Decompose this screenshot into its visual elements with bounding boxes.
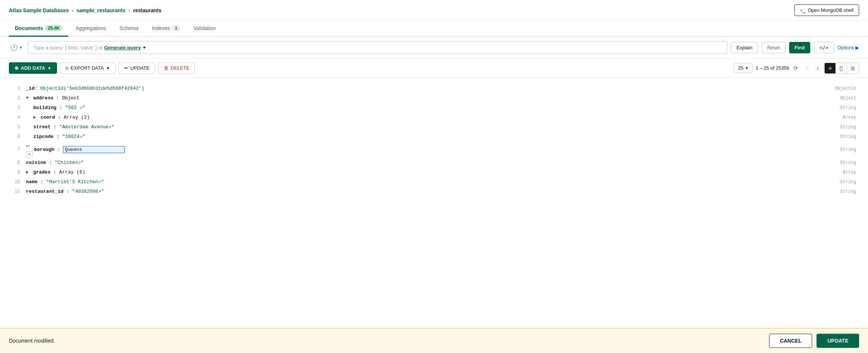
doc-line-10: 10 name : "Harriet'S Kitchen↗" String bbox=[9, 177, 859, 187]
line-number-10: 10 bbox=[9, 177, 20, 187]
line-content-9: ▶ grades : Array (6) bbox=[26, 168, 843, 177]
line-content-7: borough : bbox=[34, 145, 840, 155]
tab-indexes[interactable]: Indexes 1 bbox=[146, 21, 186, 37]
doc-line-7: 7 ↩ + borough : String bbox=[9, 142, 859, 158]
plus-icon: ⊕ bbox=[14, 65, 19, 71]
tab-indexes-label: Indexes bbox=[152, 25, 170, 31]
per-page-chevron-icon: ▼ bbox=[745, 66, 749, 70]
type-label-zipcode: String bbox=[840, 132, 856, 142]
field-key-restaurant-id: restaurant_id bbox=[26, 189, 63, 194]
type-label-grades: Array bbox=[843, 168, 856, 177]
update-button[interactable]: ✏ UPDATE bbox=[118, 62, 155, 74]
tab-validation-label: Validation bbox=[193, 25, 216, 31]
doc-line-2: 2 ▼ address : Object Object bbox=[9, 93, 859, 103]
line-number-8: 8 bbox=[9, 158, 20, 168]
list-view-button[interactable]: ≡ bbox=[825, 63, 835, 73]
export-chevron-icon: ▼ bbox=[106, 66, 110, 70]
pagination-area: 25 ▼ 1 – 25 of 25359 ⟳ ‹ › ≡ {} ⊞ bbox=[734, 63, 859, 74]
open-shell-label: Open MongoDB shell bbox=[808, 7, 854, 13]
field-key-cuisine: cuisine bbox=[26, 160, 46, 165]
table-view-button[interactable]: ⊞ bbox=[847, 63, 859, 73]
line-number-11: 11 bbox=[9, 187, 20, 197]
type-label-building: String bbox=[840, 103, 856, 113]
line-content-11: restaurant_id : "40362098↗" bbox=[26, 187, 840, 197]
view-toggle: ≡ {} ⊞ bbox=[824, 63, 859, 74]
type-label-restaurant-id: String bbox=[840, 187, 856, 197]
borough-input[interactable] bbox=[63, 146, 125, 153]
field-value-coord: Array (2) bbox=[64, 115, 90, 120]
delete-button[interactable]: 🗑 DELETE bbox=[158, 62, 195, 74]
per-page-select[interactable]: 25 ▼ bbox=[734, 63, 752, 73]
coord-expand-icon[interactable]: ▶ bbox=[33, 115, 36, 120]
reset-button[interactable]: Reset bbox=[762, 42, 785, 53]
tab-indexes-badge: 1 bbox=[172, 25, 180, 31]
type-label-street: String bbox=[840, 122, 856, 132]
code-view-button[interactable]: </> bbox=[814, 42, 834, 53]
find-button[interactable]: Find bbox=[789, 42, 810, 53]
field-value-street: "Amsterdam Avenue↗" bbox=[59, 124, 114, 130]
breadcrumb-sep1: › bbox=[72, 7, 74, 13]
query-input[interactable]: Type a query: { field: 'value' } or Gene… bbox=[28, 41, 727, 54]
open-shell-button[interactable]: ›_ Open MongoDB shell bbox=[794, 4, 859, 16]
line-number-4: 4 bbox=[9, 113, 20, 122]
per-page-value: 25 bbox=[738, 65, 743, 71]
document-area: 1 _id: ObjectId('5eb3d668b31de5d588f4294… bbox=[0, 78, 868, 202]
type-label-cuisine: String bbox=[840, 158, 856, 168]
tab-documents[interactable]: Documents 25.4K bbox=[9, 21, 68, 37]
export-data-button[interactable]: ⎋ EXPORT DATA ▼ bbox=[60, 62, 116, 74]
line-content-6: zipcode : "10024↗" bbox=[33, 132, 840, 142]
field-key-coord: coord bbox=[41, 115, 55, 120]
field-value-cuisine: "Chicken↗" bbox=[55, 160, 84, 165]
query-history-button[interactable]: 🕐 ▼ bbox=[9, 43, 24, 53]
field-value-zipcode: "10024↗" bbox=[62, 134, 85, 139]
refresh-button[interactable]: ⟳ bbox=[792, 63, 800, 73]
tab-documents-badge: 25.4K bbox=[45, 25, 62, 31]
tab-validation[interactable]: Validation bbox=[187, 21, 221, 37]
doc-line-6: 6 zipcode : "10024↗" String bbox=[9, 132, 859, 142]
ai-star-icon: ✦ bbox=[142, 45, 147, 50]
prev-page-button[interactable]: ‹ bbox=[803, 63, 811, 73]
breadcrumb-collection: restaurants bbox=[133, 7, 161, 13]
breadcrumb-atlas[interactable]: Atlas Sample Databases bbox=[9, 7, 69, 13]
type-label-name: String bbox=[840, 177, 856, 187]
clock-icon: 🕐 bbox=[10, 44, 18, 51]
line-content-10: name : "Harriet'S Kitchen↗" bbox=[26, 177, 840, 187]
grades-expand-icon[interactable]: ▶ bbox=[26, 169, 29, 175]
delete-label: DELETE bbox=[171, 65, 190, 71]
field-key-grades: grades bbox=[33, 169, 51, 175]
add-data-button[interactable]: ⊕ ADD DATA ▼ bbox=[9, 62, 57, 74]
undo-button[interactable]: ↩ bbox=[26, 143, 30, 149]
pagination-info: 1 – 25 of 25359 bbox=[755, 65, 789, 71]
toolbar: ⊕ ADD DATA ▼ ⎋ EXPORT DATA ▼ ✏ UPDATE 🗑 … bbox=[0, 59, 868, 78]
terminal-icon: ›_ bbox=[800, 7, 806, 13]
clock-chevron-icon: ▼ bbox=[19, 46, 23, 50]
breadcrumb: Atlas Sample Databases › sample_restaura… bbox=[9, 7, 161, 13]
field-key-id: _id bbox=[26, 86, 34, 91]
doc-line-3: 3 building : "502 ↗" String bbox=[9, 103, 859, 113]
type-label-address: Object bbox=[840, 93, 856, 103]
json-view-button[interactable]: {} bbox=[836, 63, 847, 73]
options-button[interactable]: Options ▶ bbox=[838, 45, 859, 50]
line-content-3: building : "502 ↗" bbox=[33, 103, 840, 113]
tabs-bar: Documents 25.4K Aggregations Schema Inde… bbox=[0, 21, 868, 37]
field-value-id: ObjectId('5eb3d668b31de5d588f42942') bbox=[40, 86, 144, 91]
field-key-name: name bbox=[26, 179, 37, 185]
tab-aggregations-label: Aggregations bbox=[76, 25, 106, 31]
tab-schema[interactable]: Schema bbox=[114, 21, 144, 37]
generate-query-link[interactable]: Generate query bbox=[104, 45, 141, 50]
tab-aggregations[interactable]: Aggregations bbox=[70, 21, 112, 37]
doc-line-4: 4 ▶ coord : Array (2) Array bbox=[9, 113, 859, 122]
query-placeholder-text: Type a query: { field: 'value' } or bbox=[33, 45, 104, 50]
line-number-5: 5 bbox=[9, 122, 20, 132]
field-key-building: building bbox=[33, 105, 56, 110]
next-page-button[interactable]: › bbox=[814, 63, 821, 73]
line-number-1: 1 bbox=[9, 84, 20, 93]
line-content-8: cuisine : "Chicken↗" bbox=[26, 158, 840, 168]
breadcrumb-db[interactable]: sample_restaurants bbox=[77, 7, 126, 13]
add-field-button[interactable]: + bbox=[26, 151, 33, 158]
line-number-9: 9 bbox=[9, 168, 20, 177]
address-expand-icon[interactable]: ▼ bbox=[26, 95, 29, 101]
add-data-label: ADD DATA bbox=[21, 65, 45, 71]
explain-button[interactable]: Explain bbox=[731, 42, 758, 53]
type-label-id: ObjectId bbox=[835, 84, 856, 93]
